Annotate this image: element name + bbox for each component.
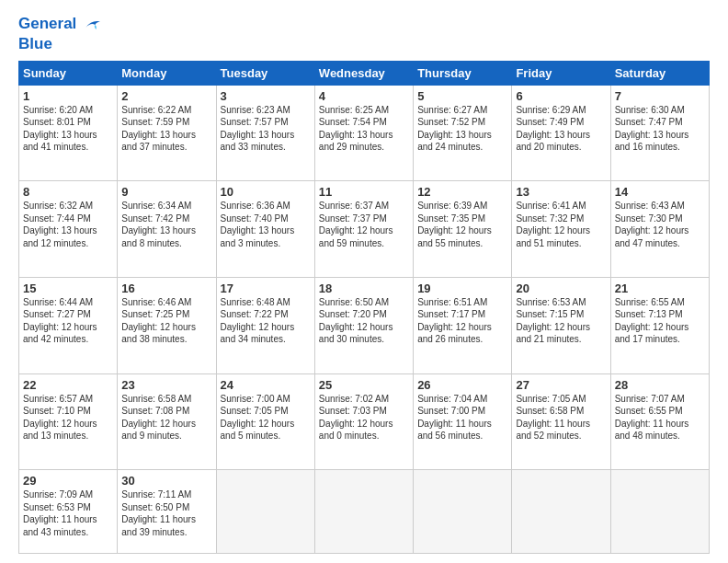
cell-date-number: 7 <box>615 89 705 103</box>
cell-info: Sunrise: 6:23 AM Sunset: 7:57 PM Dayligh… <box>221 104 311 154</box>
calendar-body: 1Sunrise: 6:20 AM Sunset: 8:01 PM Daylig… <box>19 85 710 553</box>
cell-info: Sunrise: 6:39 AM Sunset: 7:35 PM Dayligh… <box>417 200 507 249</box>
calendar-cell <box>512 470 610 554</box>
calendar-cell: 24Sunrise: 7:00 AM Sunset: 7:05 PM Dayli… <box>216 373 314 470</box>
cell-date-number: 16 <box>121 282 211 295</box>
cell-info: Sunrise: 6:29 AM Sunset: 7:49 PM Dayligh… <box>516 104 606 154</box>
cell-date-number: 28 <box>615 378 705 392</box>
cell-info: Sunrise: 6:53 AM Sunset: 7:15 PM Dayligh… <box>516 296 606 346</box>
calendar-cell: 11Sunrise: 6:37 AM Sunset: 7:37 PM Dayli… <box>314 181 413 278</box>
calendar-cell <box>216 470 314 554</box>
cell-info: Sunrise: 6:20 AM Sunset: 8:01 PM Dayligh… <box>23 104 113 154</box>
page: General Blue SundayMondayTuesdayWednesda… <box>0 0 728 563</box>
cell-info: Sunrise: 6:30 AM Sunset: 7:47 PM Dayligh… <box>615 104 705 154</box>
calendar-cell: 23Sunrise: 6:58 AM Sunset: 7:08 PM Dayli… <box>118 373 216 470</box>
cell-date-number: 29 <box>23 474 113 488</box>
day-header-sunday: Sunday <box>19 61 118 85</box>
calendar-header-row: SundayMondayTuesdayWednesdayThursdayFrid… <box>19 61 710 85</box>
calendar-cell: 1Sunrise: 6:20 AM Sunset: 8:01 PM Daylig… <box>19 85 118 181</box>
cell-date-number: 6 <box>516 89 606 103</box>
calendar-cell: 27Sunrise: 7:05 AM Sunset: 6:58 PM Dayli… <box>512 373 610 470</box>
cell-info: Sunrise: 6:36 AM Sunset: 7:40 PM Dayligh… <box>221 200 311 249</box>
calendar-cell: 25Sunrise: 7:02 AM Sunset: 7:03 PM Dayli… <box>314 373 413 470</box>
cell-info: Sunrise: 6:58 AM Sunset: 7:08 PM Dayligh… <box>121 393 211 442</box>
cell-info: Sunrise: 6:50 AM Sunset: 7:20 PM Dayligh… <box>319 296 409 346</box>
cell-info: Sunrise: 6:27 AM Sunset: 7:52 PM Dayligh… <box>417 104 507 154</box>
calendar-cell: 4Sunrise: 6:25 AM Sunset: 7:54 PM Daylig… <box>314 85 413 181</box>
cell-info: Sunrise: 6:41 AM Sunset: 7:32 PM Dayligh… <box>516 200 606 249</box>
day-header-tuesday: Tuesday <box>216 61 314 85</box>
calendar-cell <box>414 470 512 554</box>
cell-date-number: 9 <box>121 185 211 199</box>
logo-bird-icon <box>81 15 101 35</box>
week-row-1: 8Sunrise: 6:32 AM Sunset: 7:44 PM Daylig… <box>19 181 710 278</box>
calendar-cell: 21Sunrise: 6:55 AM Sunset: 7:13 PM Dayli… <box>610 277 709 373</box>
cell-info: Sunrise: 7:11 AM Sunset: 6:50 PM Dayligh… <box>121 488 211 538</box>
cell-info: Sunrise: 6:46 AM Sunset: 7:25 PM Dayligh… <box>121 296 211 346</box>
calendar-cell: 29Sunrise: 7:09 AM Sunset: 6:53 PM Dayli… <box>19 470 118 554</box>
calendar-cell <box>610 470 709 554</box>
cell-info: Sunrise: 7:07 AM Sunset: 6:55 PM Dayligh… <box>615 393 705 442</box>
cell-date-number: 10 <box>221 185 311 199</box>
cell-info: Sunrise: 6:22 AM Sunset: 7:59 PM Dayligh… <box>121 104 211 154</box>
day-header-friday: Friday <box>512 61 610 85</box>
calendar-cell: 5Sunrise: 6:27 AM Sunset: 7:52 PM Daylig… <box>414 85 512 181</box>
calendar-cell: 14Sunrise: 6:43 AM Sunset: 7:30 PM Dayli… <box>610 181 709 278</box>
calendar: SundayMondayTuesdayWednesdayThursdayFrid… <box>18 61 710 554</box>
calendar-cell: 30Sunrise: 7:11 AM Sunset: 6:50 PM Dayli… <box>118 470 216 554</box>
cell-info: Sunrise: 6:44 AM Sunset: 7:27 PM Dayligh… <box>23 296 113 346</box>
cell-info: Sunrise: 6:37 AM Sunset: 7:37 PM Dayligh… <box>319 200 409 249</box>
cell-date-number: 18 <box>319 282 409 295</box>
cell-date-number: 17 <box>221 282 311 295</box>
cell-date-number: 26 <box>417 378 507 392</box>
header: General Blue <box>18 15 710 53</box>
calendar-cell: 28Sunrise: 7:07 AM Sunset: 6:55 PM Dayli… <box>610 373 709 470</box>
logo: General Blue <box>18 15 101 53</box>
cell-date-number: 5 <box>417 89 507 103</box>
calendar-cell: 17Sunrise: 6:48 AM Sunset: 7:22 PM Dayli… <box>216 277 314 373</box>
cell-date-number: 4 <box>319 89 409 103</box>
cell-date-number: 13 <box>516 185 606 199</box>
cell-date-number: 30 <box>121 474 211 488</box>
cell-date-number: 12 <box>417 185 507 199</box>
cell-date-number: 21 <box>615 282 705 295</box>
day-header-thursday: Thursday <box>414 61 512 85</box>
cell-info: Sunrise: 6:55 AM Sunset: 7:13 PM Dayligh… <box>615 296 705 346</box>
calendar-cell: 13Sunrise: 6:41 AM Sunset: 7:32 PM Dayli… <box>512 181 610 278</box>
calendar-cell: 22Sunrise: 6:57 AM Sunset: 7:10 PM Dayli… <box>19 373 118 470</box>
calendar-cell: 20Sunrise: 6:53 AM Sunset: 7:15 PM Dayli… <box>512 277 610 373</box>
cell-date-number: 24 <box>221 378 311 392</box>
calendar-cell: 10Sunrise: 6:36 AM Sunset: 7:40 PM Dayli… <box>216 181 314 278</box>
cell-info: Sunrise: 7:02 AM Sunset: 7:03 PM Dayligh… <box>319 393 409 442</box>
calendar-cell: 15Sunrise: 6:44 AM Sunset: 7:27 PM Dayli… <box>19 277 118 373</box>
calendar-cell: 12Sunrise: 6:39 AM Sunset: 7:35 PM Dayli… <box>414 181 512 278</box>
cell-date-number: 14 <box>615 185 705 199</box>
cell-date-number: 15 <box>23 282 113 295</box>
cell-info: Sunrise: 6:32 AM Sunset: 7:44 PM Dayligh… <box>23 200 113 249</box>
cell-info: Sunrise: 6:57 AM Sunset: 7:10 PM Dayligh… <box>23 393 113 442</box>
cell-info: Sunrise: 7:09 AM Sunset: 6:53 PM Dayligh… <box>23 488 113 538</box>
week-row-3: 22Sunrise: 6:57 AM Sunset: 7:10 PM Dayli… <box>19 373 710 470</box>
cell-date-number: 3 <box>221 89 311 103</box>
calendar-cell: 8Sunrise: 6:32 AM Sunset: 7:44 PM Daylig… <box>19 181 118 278</box>
day-header-saturday: Saturday <box>610 61 709 85</box>
day-header-wednesday: Wednesday <box>314 61 413 85</box>
cell-info: Sunrise: 7:00 AM Sunset: 7:05 PM Dayligh… <box>221 393 311 442</box>
week-row-4: 29Sunrise: 7:09 AM Sunset: 6:53 PM Dayli… <box>19 470 710 554</box>
calendar-cell: 26Sunrise: 7:04 AM Sunset: 7:00 PM Dayli… <box>414 373 512 470</box>
cell-date-number: 1 <box>23 89 113 103</box>
cell-date-number: 20 <box>516 282 606 295</box>
week-row-2: 15Sunrise: 6:44 AM Sunset: 7:27 PM Dayli… <box>19 277 710 373</box>
cell-info: Sunrise: 6:34 AM Sunset: 7:42 PM Dayligh… <box>121 200 211 249</box>
calendar-cell: 16Sunrise: 6:46 AM Sunset: 7:25 PM Dayli… <box>118 277 216 373</box>
calendar-cell <box>314 470 413 554</box>
week-row-0: 1Sunrise: 6:20 AM Sunset: 8:01 PM Daylig… <box>19 85 710 181</box>
logo-general: General <box>18 15 76 32</box>
cell-date-number: 19 <box>417 282 507 295</box>
cell-date-number: 27 <box>516 378 606 392</box>
calendar-cell: 19Sunrise: 6:51 AM Sunset: 7:17 PM Dayli… <box>414 277 512 373</box>
cell-date-number: 22 <box>23 378 113 392</box>
calendar-cell: 18Sunrise: 6:50 AM Sunset: 7:20 PM Dayli… <box>314 277 413 373</box>
calendar-cell: 9Sunrise: 6:34 AM Sunset: 7:42 PM Daylig… <box>118 181 216 278</box>
cell-date-number: 2 <box>121 89 211 103</box>
